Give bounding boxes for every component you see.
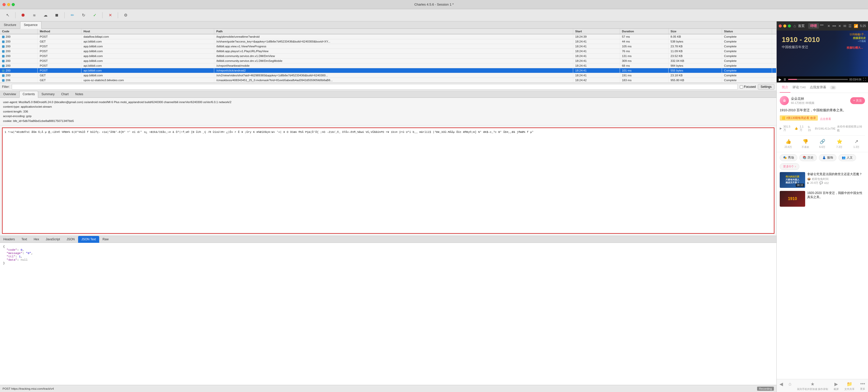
bili-maximize-btn[interactable] (788, 24, 791, 28)
recording-badge: Recording (757, 387, 774, 391)
fullscreen-button[interactable]: ⛶ (863, 78, 866, 81)
filter-settings-button[interactable]: Settings (758, 84, 774, 90)
col-status: Status (722, 29, 772, 34)
video-progress-bar[interactable] (788, 79, 848, 80)
bili-tag[interactable]: 🟨 #第130期每周必看 收录 (780, 115, 818, 121)
nav-more-label: 更多 (860, 387, 865, 391)
tab-chart[interactable]: Chart (58, 91, 72, 97)
bili-cat-humanity[interactable]: 👥 人文 (838, 154, 856, 161)
bili-user-info: 朵朵花林 60.1万粉丝 88视频 (791, 96, 814, 105)
bili-view-more[interactable]: 点击查看 (820, 117, 831, 121)
tab-headers[interactable]: Headers (0, 236, 18, 243)
pause-icon[interactable]: ⏸ (783, 78, 786, 82)
bili-action-forward[interactable]: ↗ 1.3万 (848, 139, 865, 149)
bili-dots-icon[interactable]: ••• (832, 24, 836, 28)
tab-json-text[interactable]: JSON Text (78, 236, 99, 243)
bili-mail-icon[interactable]: ✉ (843, 24, 846, 28)
tab-json[interactable]: JSON (63, 236, 78, 243)
tab-text[interactable]: Text (18, 236, 30, 243)
table-row[interactable]: 200POSTapp.bilibili.com/bilibili.communi… (0, 54, 776, 59)
video-overlay: 1910 - 2010 中国校服百年变迁 (782, 36, 820, 50)
toolbar: ↖ ⏺ ≋ ☁ ⏹ ✏ ↻ ✓ ✕ ⚙ (0, 9, 868, 21)
bili-title-tabs: 哔哩 ••• (808, 23, 824, 29)
tools-button[interactable]: ✕ (105, 11, 115, 19)
bili-nav-home[interactable]: ⌂ (788, 381, 792, 391)
table-row[interactable]: 200POSTapp.bilibili.com/bilibili.communi… (0, 59, 776, 63)
rec-item-2[interactable]: 1910 1920-2020 百年变迁，我眼中的中国女性真实之美。 (780, 191, 865, 207)
tab-structure[interactable]: Structure (0, 21, 20, 29)
bili-time: 5:25 (860, 24, 866, 28)
bili-cat-fashion[interactable]: 👗 服饰 (819, 154, 836, 161)
col-method: Method (38, 29, 82, 34)
refresh-button[interactable]: ↻ (79, 11, 88, 19)
bili-tab-badge[interactable]: 38 (828, 83, 837, 93)
tab-hex[interactable]: Hex (30, 236, 42, 243)
tab-overview[interactable]: Overview (0, 91, 19, 97)
table-row[interactable]: 200GETapi.bilibili.com/x/share/guide?acc… (0, 39, 776, 44)
bili-app-icon[interactable]: 哔哩 (808, 23, 819, 29)
tab-contents[interactable]: Contents (19, 91, 38, 98)
tab-javascript[interactable]: JavaScript (42, 236, 63, 243)
bili-nav-screenshot[interactable]: ▶ 截屏 (834, 381, 839, 391)
tab-notes[interactable]: Notes (72, 91, 87, 97)
table-row[interactable]: 200GETapp.bilibili.com/x/v2/view/video/s… (0, 73, 776, 78)
bili-cat-more[interactable]: 更多6个 › (780, 163, 799, 170)
bili-close-x[interactable]: ✕ (827, 24, 830, 28)
bili-action-favorite[interactable]: ⭐ 7.3万 (831, 139, 848, 149)
bili-action-share[interactable]: 🔗 6.6万 (814, 139, 831, 149)
table-row[interactable]: 200POSTapp.bilibili.com/bilibili.app.pla… (0, 49, 776, 54)
bili-minimize-btn[interactable] (783, 24, 786, 28)
bili-content: 简介 评论7340 点我发弹幕 38 朵 朵朵花林 60.1万粉丝 88视频 (777, 83, 868, 379)
bottom-tab-bar: Headers Text Hex JavaScript JSON JSON Te… (0, 236, 776, 243)
bili-tab-comments[interactable]: 评论7340 (790, 83, 808, 93)
share-count: 6.6万 (819, 145, 826, 149)
table-row[interactable]: 200POSTapp.bilibili.com/bilibili.app.vie… (0, 44, 776, 49)
tab-raw[interactable]: Raw (99, 236, 112, 243)
view-tab-bar: Structure Sequence (0, 21, 776, 29)
bili-close-x2[interactable]: ✕ (838, 24, 841, 28)
bili-home-icon[interactable]: ⌂ (794, 24, 796, 28)
pointer-tool-button[interactable]: ↖ (3, 11, 12, 19)
table-row[interactable]: 206GETupos-sz-staticks3.bilivideo.com/cm… (0, 78, 776, 83)
tab-summary[interactable]: Summary (38, 91, 58, 97)
stop-button[interactable]: ⏹ (52, 11, 61, 19)
follow-button[interactable]: + 关注 (850, 97, 865, 104)
edit-button[interactable]: ✏ (68, 11, 77, 19)
tab-sequence[interactable]: Sequence (20, 21, 41, 29)
bili-nav-files[interactable]: 📁 文件共享 (844, 381, 855, 391)
filter-input[interactable] (12, 84, 738, 90)
bili-cat-history[interactable]: 📚 历史 (799, 154, 817, 161)
rec-item-1[interactable]: 伟大的法兰西 只要有外国人 就战无不胜？ 08:33 拿破仑究竟是法国的救世主还… (780, 172, 865, 188)
focused-check[interactable] (740, 85, 743, 89)
focused-checkbox[interactable]: Focused (740, 85, 756, 89)
bili-cat-show[interactable]: 🎭 秀场 (780, 154, 797, 161)
row-type-icon (2, 40, 5, 43)
settings-button[interactable]: ⚙ (121, 11, 130, 19)
table-row[interactable]: 200POSTapi.bilibili.com/x/report/heartbe… (0, 63, 776, 68)
close-button[interactable] (3, 3, 6, 6)
maximize-button[interactable] (12, 3, 15, 6)
json-line-1: { (3, 245, 773, 248)
bili-nav-speed[interactable]: ★ 装到手机外部加速 操作录制 (797, 381, 828, 391)
minimize-button[interactable] (7, 3, 10, 6)
bili-menu-icon[interactable]: ☰ (848, 24, 852, 28)
bili-nav-back[interactable]: ◀ (779, 381, 783, 391)
bili-action-dislike[interactable]: 👎 不喜欢 (797, 139, 814, 149)
forward-count: 1.3万 (854, 145, 860, 149)
bili-more-dots[interactable]: ••• (820, 23, 824, 29)
json-line-6: } (3, 262, 773, 265)
clear-button[interactable]: ☁ (41, 11, 50, 19)
rec-channel-icon-1: 📦 (807, 177, 811, 181)
check-button[interactable]: ✓ (90, 11, 99, 19)
bili-action-like[interactable]: 👍 23.6万 (780, 139, 797, 149)
table-row[interactable]: 200POSTdataflow.biliapi.com/log/pbmobile… (0, 34, 776, 39)
throttle-button[interactable]: ≋ (30, 11, 39, 19)
record-button[interactable]: ⏺ (19, 11, 28, 19)
bili-close-btn[interactable] (779, 24, 782, 28)
table-row[interactable]: 200POSTapi.bilibili.com/x/report/click/a… (0, 68, 776, 73)
bili-tab-intro[interactable]: 简介 (780, 83, 790, 93)
bili-tab-danmaku[interactable]: 点我发弹幕 (808, 83, 828, 93)
bili-user-row: 朵 朵朵花林 60.1万粉丝 88视频 + 关注 (780, 96, 865, 105)
bili-nav-more[interactable]: ••• 更多 (860, 381, 865, 391)
play-pause-button[interactable]: ▶ (779, 78, 781, 82)
